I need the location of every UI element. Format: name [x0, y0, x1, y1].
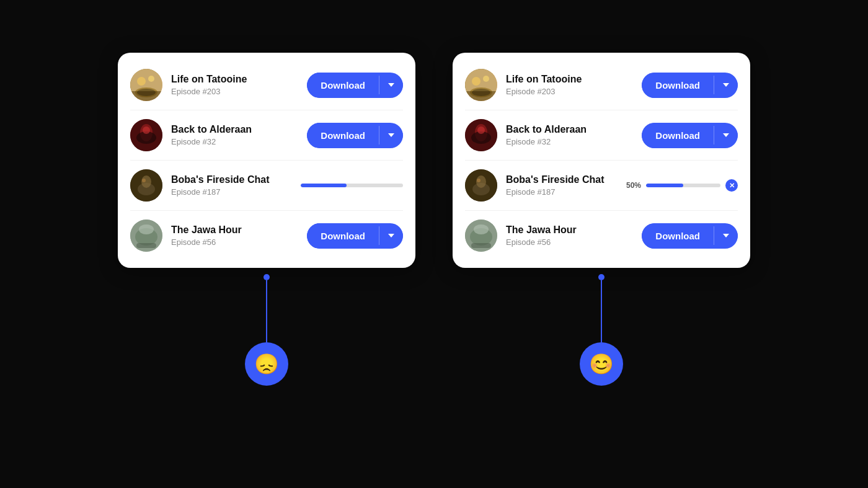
download-button-group[interactable]: Download — [642, 123, 738, 148]
episode-title: Life on Tatooine — [171, 74, 307, 85]
episode-number: Episode #32 — [171, 137, 307, 146]
chevron-down-button[interactable] — [714, 76, 738, 94]
chevron-down-icon — [388, 83, 394, 87]
avatar — [130, 69, 162, 101]
episode-title: Life on Tatooine — [506, 74, 642, 85]
download-button[interactable]: Download — [307, 223, 379, 249]
episode-number: Episode #187 — [506, 187, 626, 197]
avatar — [465, 220, 497, 252]
episode-title: Boba's Fireside Chat — [171, 174, 301, 185]
table-row: Back to Alderaan Episode #32 Download — [130, 110, 403, 161]
progress-fill — [646, 184, 683, 187]
svg-point-15 — [139, 224, 154, 234]
left-connector: 😞 — [245, 274, 288, 386]
episode-info: Life on Tatooine Episode #203 — [506, 74, 642, 96]
chevron-down-button[interactable] — [714, 226, 738, 245]
episode-info: Back to Alderaan Episode #32 — [506, 124, 642, 146]
svg-rect-21 — [465, 91, 497, 101]
left-panel-wrapper: Life on Tatooine Episode #203 Download — [118, 53, 415, 386]
cancel-download-button[interactable]: ✕ — [725, 179, 738, 192]
episode-number: Episode #56 — [506, 237, 642, 247]
chevron-down-button[interactable] — [714, 126, 738, 144]
episode-info: Boba's Fireside Chat Episode #187 — [506, 174, 626, 197]
connector-line — [266, 280, 267, 342]
episode-title: Boba's Fireside Chat — [506, 174, 626, 185]
episode-info: The Jawa Hour Episode #56 — [171, 224, 307, 247]
svg-rect-4 — [130, 91, 162, 101]
svg-rect-33 — [471, 243, 491, 248]
download-progress-bar — [301, 184, 403, 187]
table-row: Boba's Fireside Chat Episode #187 — [130, 161, 403, 211]
svg-point-29 — [477, 179, 480, 182]
chevron-down-icon — [723, 133, 729, 137]
download-progress-group: 50% ✕ — [626, 179, 738, 192]
svg-point-3 — [148, 76, 154, 82]
download-button-group[interactable]: Download — [307, 73, 403, 98]
svg-point-19 — [472, 77, 480, 86]
download-button-group[interactable]: Download — [307, 123, 403, 148]
svg-point-32 — [474, 224, 489, 234]
download-button-group[interactable]: Download — [642, 223, 738, 249]
table-row: Life on Tatooine Episode #203 Download — [465, 60, 738, 110]
table-row: The Jawa Hour Episode #56 Download — [130, 211, 403, 260]
chevron-down-icon — [723, 83, 729, 87]
download-button-group[interactable]: Download — [642, 73, 738, 98]
avatar — [465, 119, 497, 151]
right-connector: 😊 — [580, 274, 623, 386]
episode-title: The Jawa Hour — [506, 224, 642, 236]
avatar — [465, 169, 497, 202]
episode-number: Episode #203 — [171, 87, 307, 96]
episode-title: The Jawa Hour — [171, 224, 307, 236]
svg-rect-16 — [136, 243, 156, 248]
episode-number: Episode #56 — [171, 237, 307, 247]
avatar — [465, 69, 497, 101]
svg-point-2 — [137, 77, 146, 86]
download-button-group[interactable]: Download — [307, 223, 403, 249]
close-icon: ✕ — [729, 182, 735, 189]
download-button[interactable]: Download — [642, 123, 714, 148]
chevron-down-button[interactable] — [379, 226, 403, 245]
episode-title: Back to Alderaan — [506, 124, 642, 135]
progress-fill — [301, 184, 347, 187]
episode-info: Life on Tatooine Episode #203 — [171, 74, 307, 96]
episode-number: Episode #32 — [506, 137, 642, 146]
download-button[interactable]: Download — [642, 73, 714, 98]
download-button[interactable]: Download — [307, 123, 379, 148]
svg-point-20 — [483, 76, 489, 82]
chevron-down-icon — [388, 234, 394, 237]
table-row: Boba's Fireside Chat Episode #187 50% ✕ — [465, 161, 738, 211]
chevron-down-icon — [388, 133, 394, 137]
download-button[interactable]: Download — [307, 73, 379, 98]
connector-dot — [598, 274, 604, 280]
episode-number: Episode #203 — [506, 87, 642, 96]
chevron-down-button[interactable] — [379, 126, 403, 144]
avatar — [130, 169, 162, 202]
episode-info: Boba's Fireside Chat Episode #187 — [171, 174, 301, 197]
svg-point-12 — [142, 179, 146, 182]
right-card: Life on Tatooine Episode #203 Download — [453, 53, 750, 268]
avatar — [130, 220, 162, 252]
table-row: The Jawa Hour Episode #56 Download — [465, 211, 738, 260]
connector-line — [601, 280, 602, 342]
chevron-down-icon — [723, 234, 729, 237]
main-container: Life on Tatooine Episode #203 Download — [118, 53, 750, 386]
episode-info: Back to Alderaan Episode #32 — [171, 124, 307, 146]
table-row: Back to Alderaan Episode #32 Download — [465, 110, 738, 161]
svg-point-25 — [477, 126, 485, 134]
episode-info: The Jawa Hour Episode #56 — [506, 224, 642, 247]
download-progress-bar — [646, 184, 720, 187]
left-card: Life on Tatooine Episode #203 Download — [118, 53, 415, 268]
episode-title: Back to Alderaan — [171, 124, 307, 135]
right-panel-wrapper: Life on Tatooine Episode #203 Download — [453, 53, 750, 386]
download-button[interactable]: Download — [642, 223, 714, 249]
sad-emoji-button[interactable]: 😞 — [245, 342, 288, 386]
chevron-down-button[interactable] — [379, 76, 403, 94]
avatar — [130, 119, 162, 151]
table-row: Life on Tatooine Episode #203 Download — [130, 60, 403, 110]
svg-point-8 — [143, 126, 150, 134]
connector-dot — [264, 274, 270, 280]
happy-emoji-button[interactable]: 😊 — [580, 342, 623, 386]
progress-label: 50% — [626, 181, 641, 190]
episode-number: Episode #187 — [171, 187, 301, 197]
